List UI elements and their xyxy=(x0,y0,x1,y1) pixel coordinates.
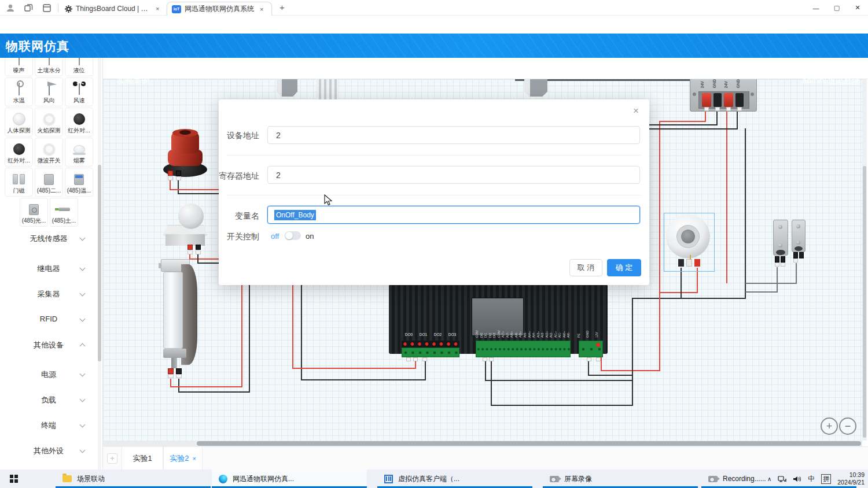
canvas-device-speaker-selected[interactable] xyxy=(664,213,715,272)
new-tab-button[interactable]: + xyxy=(279,2,285,12)
terminal-black[interactable] xyxy=(176,171,181,176)
cylinder-tube xyxy=(163,272,183,349)
sidebar-category-wireless-sensors[interactable]: 无线传感器 xyxy=(0,234,97,244)
terminal-white xyxy=(406,357,411,361)
scrollbar-thumb[interactable] xyxy=(197,441,861,446)
tab-actions-icon[interactable] xyxy=(42,3,52,13)
device-card-door-magnet[interactable]: 门磁 xyxy=(5,168,33,197)
sidebar-category-collectors[interactable]: 采集器 xyxy=(0,289,97,300)
tray-expand-icon[interactable]: ∧ xyxy=(767,476,771,482)
menu-experiment-cases[interactable]: 实验案例 xyxy=(117,76,149,86)
device-card-485-soil[interactable]: (485)土... xyxy=(50,198,78,227)
canvas-device-door-magnet-a[interactable] xyxy=(773,220,788,256)
device-card-flame-detector[interactable]: 火焰探测 xyxy=(35,108,63,136)
browser-tab-iot-sim[interactable]: IoT 网迅通物联网仿真系统 × xyxy=(167,2,272,16)
device-card-485-light[interactable]: (485)光... xyxy=(20,198,48,227)
plc-do-terminal-strip[interactable] xyxy=(402,347,459,357)
device-card-soil-moisture[interactable]: 土壤水分 xyxy=(35,58,63,76)
ime-mode-indicator[interactable]: 拼 xyxy=(821,474,831,484)
device-card-liquid-level[interactable]: 液位 xyxy=(65,58,93,76)
plc-do-label: DO3 xyxy=(445,332,459,338)
terminal-red[interactable] xyxy=(694,259,700,267)
terminal-red[interactable] xyxy=(187,245,193,250)
zoom-in-button[interactable]: + xyxy=(821,417,838,435)
device-card-water-temp[interactable]: 水温 xyxy=(5,77,33,106)
canvas-device-cylinder[interactable] xyxy=(159,259,200,380)
zoom-out-button[interactable]: − xyxy=(839,417,856,435)
add-experiment-button[interactable]: + xyxy=(107,453,117,464)
scrollbar-thumb[interactable] xyxy=(863,166,866,438)
device-addr-input[interactable]: 2 xyxy=(267,126,640,144)
dialog-divider xyxy=(227,155,641,156)
terminal-red[interactable] xyxy=(702,93,711,107)
canvas-device-partial-3[interactable] xyxy=(524,79,547,97)
tab-close-icon[interactable]: × xyxy=(260,6,263,13)
terminal-black[interactable] xyxy=(735,93,744,107)
device-card-infrared-2[interactable]: 红外对... xyxy=(5,138,33,167)
sidebar-category-terminals[interactable]: 终端 xyxy=(0,420,97,431)
canvas-device-ball-sensor[interactable] xyxy=(163,204,209,256)
terminal-red[interactable] xyxy=(724,93,733,107)
terminal-red[interactable] xyxy=(168,171,173,176)
window-minimize-button[interactable]: — xyxy=(806,0,826,16)
device-front-face xyxy=(165,234,205,246)
wire-segment xyxy=(301,379,426,380)
terminal-black[interactable] xyxy=(713,93,722,107)
taskbar-clock[interactable]: 10:392024/9/21 xyxy=(837,471,865,486)
device-card-485-2[interactable]: (485)二... xyxy=(35,168,63,197)
sidebar-category-loads[interactable]: 负载 xyxy=(0,395,97,405)
dialog-close-icon[interactable]: × xyxy=(633,105,639,117)
canvas-vertical-scrollbar[interactable] xyxy=(862,79,867,441)
confirm-button[interactable]: 确 定 xyxy=(607,259,641,276)
tab-close-icon[interactable]: × xyxy=(156,5,159,12)
device-card-485-temp[interactable]: (485)温... xyxy=(65,168,93,197)
sidebar-category-rfid[interactable]: RFID xyxy=(0,315,97,323)
sidebar-category-relays[interactable]: 继电器 xyxy=(0,264,97,274)
network-icon[interactable] xyxy=(778,475,786,483)
terminal-black[interactable] xyxy=(176,368,182,374)
plc-io-terminal-strip[interactable] xyxy=(476,341,571,357)
terminal-red[interactable] xyxy=(168,368,174,374)
terminal-black[interactable] xyxy=(196,245,201,250)
device-card-infrared-1[interactable]: 红外对... xyxy=(65,108,93,136)
terminal-white[interactable] xyxy=(686,259,692,267)
terminal-black[interactable] xyxy=(678,259,684,267)
start-button[interactable] xyxy=(0,469,28,488)
canvas-device-door-magnet-b[interactable] xyxy=(792,220,806,252)
taskbar-item-scene-linkage[interactable]: 场景联动 xyxy=(56,469,211,488)
browser-tab-thingsboard[interactable]: ThingsBoard Cloud | 规则链 × xyxy=(60,2,165,16)
canvas-device-power-module[interactable]: 24VGND24VGND xyxy=(690,79,757,112)
window-maximize-button[interactable]: ▢ xyxy=(826,0,847,16)
speaker-volume-icon[interactable] xyxy=(793,475,801,483)
canvas-device-partial-1[interactable] xyxy=(277,79,297,97)
device-card-microwave-switch[interactable]: 微波开关 xyxy=(35,138,63,167)
workspaces-icon[interactable] xyxy=(23,3,34,13)
logout-link[interactable]: 退出登录 xyxy=(827,76,860,85)
canvas-device-partial-2[interactable] xyxy=(316,79,338,100)
switch-control-toggle[interactable] xyxy=(285,231,301,240)
sidebar-category-other-peripherals[interactable]: 其他外设 xyxy=(0,446,97,456)
ime-language-indicator[interactable]: 中 xyxy=(808,474,815,484)
tab-close-icon[interactable]: × xyxy=(192,455,196,462)
device-card-body-detector[interactable]: 人体探测 xyxy=(5,108,33,136)
taskbar-item-screen-recorder[interactable]: 屏幕录像 xyxy=(543,469,698,488)
terminal-white xyxy=(596,357,601,361)
canvas-horizontal-scrollbar[interactable] xyxy=(103,441,862,446)
taskbar-item-iot-sim-browser[interactable]: 网迅通物联网仿真... xyxy=(212,469,367,488)
device-card-wind-direction[interactable]: 风向 xyxy=(35,77,63,106)
cancel-button[interactable]: 取 消 xyxy=(569,259,602,276)
device-card-smoke[interactable]: 烟雾 xyxy=(65,138,93,167)
window-close-button[interactable]: ✕ xyxy=(847,0,868,16)
sidebar-scrollbar-thumb[interactable] xyxy=(98,165,101,361)
canvas-device-alarm-beacon[interactable] xyxy=(163,129,209,184)
sidebar-category-other-devices[interactable]: 其他设备 xyxy=(0,340,97,350)
taskbar-item-vm-client[interactable]: 虚拟仿真客户端（... xyxy=(377,469,532,488)
register-addr-input[interactable]: 2 xyxy=(267,166,640,184)
profile-icon[interactable] xyxy=(5,3,16,13)
var-name-input[interactable]: OnOff_Body xyxy=(267,206,640,224)
experiment-tab-2[interactable]: 实验2× xyxy=(163,447,203,469)
device-card-noise[interactable]: 噪声 xyxy=(5,58,33,76)
menu-file[interactable]: 文件 xyxy=(76,76,100,86)
sidebar-category-power[interactable]: 电源 xyxy=(0,369,97,380)
experiment-tab-1[interactable]: 实验1 xyxy=(122,447,163,469)
